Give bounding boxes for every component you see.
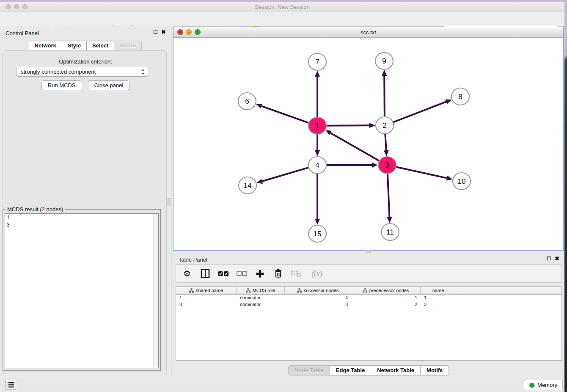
mcds-result-scrollbar[interactable] [153,214,158,368]
desktop-wallpaper-right [564,0,567,392]
mcds-result-text: 1 3 [7,214,157,229]
node-table[interactable]: shared nameMCDS rolesuccessor nodesprede… [176,286,562,361]
deselect-all-icon[interactable] [236,268,248,279]
edge-3-1[interactable] [330,133,379,161]
table-cell: 1 [421,295,456,301]
table-cell: 4 [285,295,351,301]
float-table-panel-icon[interactable] [547,257,551,260]
table-toolbar: ⚙ f(x) [176,264,562,283]
graph-node-label-3: 3 [385,161,389,169]
table-panel: Table Panel ✖ ⚙ [173,253,564,377]
screen: Session: New Session [0,0,567,392]
table-cell: 3 [285,301,351,308]
list-icon [8,382,14,388]
hierarchy-icon [246,288,250,293]
create-column-icon[interactable] [254,268,266,279]
graph-node-label-2: 2 [383,121,386,130]
column-header-shared-name[interactable]: shared name [176,287,237,294]
tab-mcds[interactable]: MCDS [114,41,142,51]
tab-select[interactable]: Select [86,41,114,51]
show-columns-icon[interactable] [199,268,211,279]
network-window: ✕ − + scc.txt 7968124314101511 [173,27,564,251]
graph-node-label-11: 11 [386,228,394,236]
close-panel-button[interactable]: Close panel [88,80,130,90]
status-bar: Memory [0,377,564,392]
network-window-title: scc.txt [173,29,563,36]
optimization-criterion-label: Optimization criterion: [0,58,171,65]
mcds-result-box: MCDS result (2 nodes) 1 3 [3,209,161,371]
criterion-select[interactable]: strongly connected component [16,67,148,77]
close-panel-icon[interactable]: ✖ [161,30,166,34]
panel-split-handle[interactable] [168,198,171,206]
hierarchy-icon [363,288,367,293]
function-builder-icon-disabled: f(x) [308,268,325,279]
table-row[interactable]: 1dominator411 [176,295,561,301]
graph-node-label-14: 14 [244,182,252,190]
graph-node-label-8: 8 [458,93,462,101]
edge-4-14[interactable] [262,168,308,181]
graph-node-label-4: 4 [315,161,319,169]
graph-node-label-10: 10 [458,177,466,185]
tab-network[interactable]: Network [29,41,62,51]
graph-node-label-6: 6 [245,97,249,105]
graph-node-label-9: 9 [382,57,386,65]
memory-status-icon [529,383,534,388]
graph-node-label-1: 1 [315,122,319,130]
main-toolbar [0,12,564,27]
edge-2-8[interactable] [394,102,446,122]
tab-motifs[interactable]: Motifs [420,365,449,375]
edge-2-3[interactable] [385,134,386,150]
table-cell: 2 [351,301,421,308]
tab-edge-table[interactable]: Edge Table [330,365,371,375]
table-panel-title: Table Panel [179,257,207,263]
float-panel-icon[interactable] [154,30,157,34]
column-header-successor-nodes[interactable]: successor nodes [285,287,351,294]
column-header-name[interactable]: name [421,287,456,294]
hierarchy-icon [297,288,302,293]
memory-button[interactable]: Memory [524,380,563,390]
column-header-predecessor-nodes[interactable]: predecessor nodes [351,287,421,294]
hierarchy-icon [189,288,194,293]
edge-1-6[interactable] [261,106,308,123]
control-panel-tabs: NetworkStyleSelectMCDS [0,41,171,51]
criterion-value: strongly connected component [21,69,96,75]
task-history-button[interactable] [6,380,16,390]
graph-node-label-15: 15 [314,230,322,238]
table-cell: 1 [176,295,237,301]
titlebar: Session: New Session [0,2,564,12]
control-panel-title: Control Panel [6,30,39,36]
edge-1-2[interactable] [327,125,369,126]
run-mcds-button[interactable]: Run MCDS [41,80,82,90]
memory-label: Memory [537,382,557,388]
table-cell: dominator [237,295,285,301]
window-title: Session: New Session [0,4,564,10]
tab-style[interactable]: Style [62,41,87,51]
network-window-titlebar[interactable]: ✕ − + scc.txt [173,27,563,38]
network-canvas[interactable]: 7968124314101511 [173,38,563,250]
mcds-result-area[interactable]: 1 3 [5,213,159,368]
table-cell: 3 [176,301,237,308]
edge-3-11[interactable] [388,174,389,217]
table-header-row: shared nameMCDS rolesuccessor nodesprede… [176,287,561,295]
delete-column-icon[interactable] [272,268,284,279]
close-table-panel-icon[interactable]: ✖ [555,256,559,261]
control-panel-header: Control Panel ✖ [0,26,171,39]
tab-node-table[interactable]: Node Table [288,365,330,375]
graph-node-label-7: 7 [315,58,319,66]
table-panel-tabs: Node TableEdge TableNetwork TableMotifs [173,365,564,375]
mcds-result-title: MCDS result (2 nodes) [6,206,65,213]
table-cell: dominator [237,301,285,308]
delete-table-icon-disabled [290,268,302,279]
table-row[interactable]: 3dominator323 [176,301,561,308]
table-cell: 1 [351,295,421,301]
column-header-MCDS-role[interactable]: MCDS role [237,287,285,294]
network-graph: 7968124314101511 [173,38,563,250]
table-settings-gear-icon[interactable]: ⚙ [181,268,193,279]
select-all-icon[interactable] [217,268,229,279]
table-cell: 3 [421,301,456,308]
select-arrows-icon [141,69,145,77]
control-panel: Control Panel ✖ NetworkStyleSelectMCDS O… [0,26,171,377]
tab-network-table[interactable]: Network Table [371,365,421,375]
edge-3-10[interactable] [396,167,447,178]
edge-2-9[interactable] [384,76,385,116]
